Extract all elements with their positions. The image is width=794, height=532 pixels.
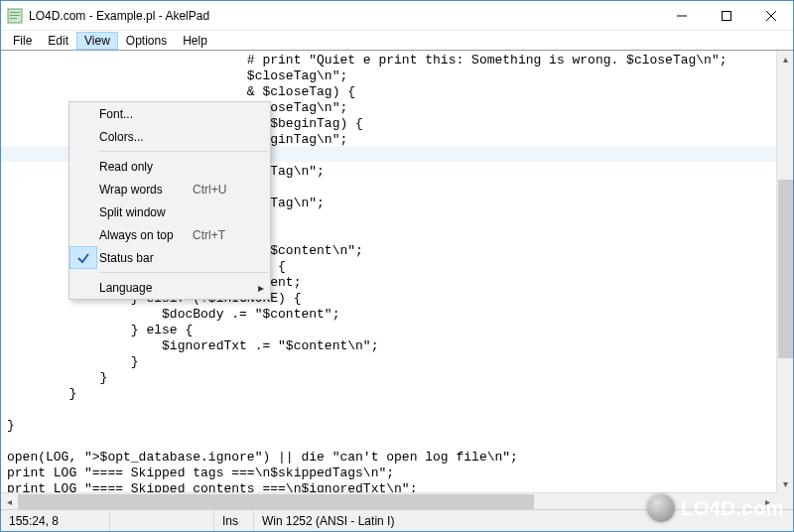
menu-separator	[99, 272, 268, 273]
menu-item-always-on-top[interactable]: Always on topCtrl+T	[69, 223, 270, 246]
check-icon	[69, 125, 97, 148]
app-window: LO4D.com - Example.pl - AkelPad FileEdit…	[0, 0, 794, 532]
menu-item-label: Language	[97, 281, 193, 295]
menu-item-status-bar[interactable]: Status bar	[69, 246, 270, 269]
menu-file[interactable]: File	[5, 32, 40, 50]
view-menu-dropdown: Font...Colors...Read onlyWrap wordsCtrl+…	[68, 101, 271, 300]
menu-options[interactable]: Options	[118, 32, 175, 50]
menu-view[interactable]: View	[76, 32, 118, 50]
svg-rect-1	[10, 12, 20, 13]
minimize-button[interactable]	[659, 1, 704, 30]
menu-item-label: Read only	[97, 160, 193, 174]
watermark: LO4D.com	[647, 494, 784, 522]
menu-item-label: Status bar	[97, 251, 193, 265]
menu-item-font[interactable]: Font...	[69, 102, 270, 125]
menu-edit[interactable]: Edit	[40, 32, 76, 50]
vertical-scroll-thumb[interactable]	[778, 180, 793, 358]
scroll-up-arrow[interactable]: ▴	[777, 51, 793, 67]
status-insert-mode[interactable]: Ins	[214, 510, 254, 531]
check-icon	[69, 200, 97, 223]
menu-help[interactable]: Help	[175, 32, 215, 50]
scroll-left-arrow[interactable]: ◂	[1, 493, 18, 509]
watermark-text: LO4D.com	[681, 497, 784, 520]
app-icon	[7, 8, 23, 24]
menu-item-label: Wrap words	[97, 183, 193, 197]
menu-item-colors[interactable]: Colors...	[69, 125, 270, 148]
vertical-scrollbar[interactable]: ▴ ▾	[776, 51, 793, 492]
svg-rect-5	[722, 11, 730, 20]
menu-item-read-only[interactable]: Read only	[69, 155, 270, 178]
close-button[interactable]	[748, 1, 793, 30]
check-icon	[69, 223, 97, 246]
scroll-down-arrow[interactable]: ▾	[777, 475, 793, 492]
globe-icon	[647, 494, 675, 522]
window-controls	[659, 1, 793, 30]
check-icon	[69, 246, 97, 269]
menu-item-label: Always on top	[97, 228, 193, 242]
menu-item-wrap-words[interactable]: Wrap wordsCtrl+U	[69, 178, 270, 200]
window-title: LO4D.com - Example.pl - AkelPad	[29, 9, 659, 23]
menu-item-label: Split window	[97, 205, 193, 219]
svg-rect-2	[10, 15, 20, 16]
status-position: 155:24, 8	[1, 510, 110, 531]
horizontal-scroll-thumb[interactable]	[18, 494, 534, 509]
maximize-button[interactable]	[704, 1, 748, 30]
submenu-arrow-icon: ▸	[252, 281, 270, 295]
check-icon	[69, 276, 97, 299]
check-icon	[69, 155, 97, 178]
check-icon	[69, 178, 97, 200]
menu-item-accelerator: Ctrl+T	[193, 228, 252, 242]
menu-item-label: Font...	[97, 107, 193, 121]
menu-item-split-window[interactable]: Split window	[69, 200, 270, 223]
editor-area[interactable]: # print "Quiet e print this: Something i…	[1, 51, 793, 509]
menu-item-accelerator: Ctrl+U	[193, 183, 252, 197]
menu-item-language[interactable]: Language▸	[69, 276, 270, 299]
menubar: FileEditViewOptionsHelp	[1, 31, 793, 51]
svg-rect-3	[10, 18, 17, 19]
titlebar: LO4D.com - Example.pl - AkelPad	[1, 1, 793, 31]
status-modified	[110, 510, 214, 531]
menu-item-label: Colors...	[97, 130, 193, 144]
menu-separator	[99, 151, 268, 152]
check-icon	[69, 102, 97, 125]
